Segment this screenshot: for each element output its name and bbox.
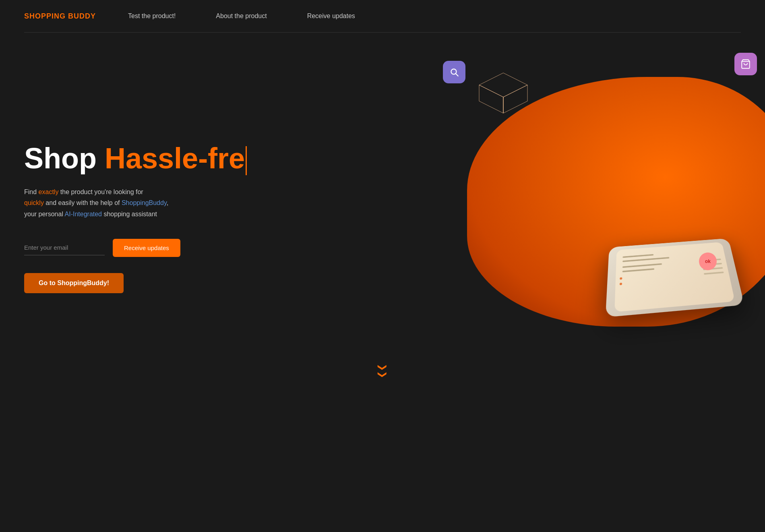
svg-marker-3 — [479, 73, 527, 97]
nav-logo[interactable]: SHOPPING BUDDY — [24, 12, 96, 21]
subtitle-find: Find — [24, 188, 39, 195]
nav-item-test[interactable]: Test the product! — [128, 12, 176, 20]
hero-cursor — [246, 146, 247, 175]
nav-link-about[interactable]: About the product — [216, 12, 267, 19]
phone-illustration: ok — [596, 141, 749, 311]
phone-screen — [614, 242, 735, 312]
nav-item-about[interactable]: About the product — [216, 12, 267, 20]
subtitle-ai: AI-Integrated — [65, 211, 102, 217]
hero-content: Shop Hassle-fre Find exactly the product… — [24, 143, 266, 293]
chevron-bottom: ❯ — [378, 371, 387, 378]
chevron-double-icon: ❯ ❯ — [379, 363, 386, 379]
wireframe-decoration — [467, 69, 540, 117]
float-cart-icon — [734, 53, 757, 75]
chevron-top: ❯ — [378, 364, 387, 371]
hero-section: Shop Hassle-fre Find exactly the product… — [0, 33, 765, 395]
svg-line-1 — [456, 74, 458, 76]
ok-label: ok — [705, 259, 711, 264]
nav-link-test[interactable]: Test the product! — [128, 12, 176, 19]
nav-link-updates[interactable]: Receive updates — [307, 12, 355, 19]
navbar: SHOPPING BUDDY Test the product! About t… — [0, 0, 765, 32]
hero-title: Shop Hassle-fre — [24, 143, 266, 175]
scroll-indicator[interactable]: ❯ ❯ — [379, 363, 386, 379]
subtitle-shoppingbuddy: ShoppingBuddy — [122, 199, 167, 206]
subtitle-assistant: shopping assistant — [102, 211, 157, 217]
hero-subtitle: Find exactly the product you're looking … — [24, 186, 185, 219]
hero-title-orange: Hassle-fre — [105, 142, 245, 174]
subtitle-quickly: quickly — [24, 199, 44, 206]
email-input[interactable] — [24, 240, 105, 255]
receive-updates-button[interactable]: Receive updates — [113, 239, 180, 257]
subtitle-and-easily: and easily with the help of — [44, 199, 122, 206]
nav-links: Test the product! About the product Rece… — [128, 12, 355, 20]
go-to-shoppingbuddy-button[interactable]: Go to ShoppingBuddy! — [24, 273, 124, 293]
subtitle-comma: , — [167, 199, 168, 206]
phone-body — [606, 238, 744, 317]
nav-item-updates[interactable]: Receive updates — [307, 12, 355, 20]
svg-marker-4 — [479, 85, 503, 113]
svg-marker-5 — [503, 85, 527, 113]
hero-visual: ok — [435, 45, 765, 335]
hero-title-white: Shop — [24, 142, 105, 174]
subtitle-the-product: the product you're looking for — [58, 188, 143, 195]
subtitle-your-personal: your personal — [24, 211, 65, 217]
float-ok-badge: ok — [699, 253, 717, 270]
email-row: Receive updates — [24, 239, 266, 257]
subtitle-exactly: exactly — [39, 188, 59, 195]
float-search-icon — [443, 61, 465, 83]
